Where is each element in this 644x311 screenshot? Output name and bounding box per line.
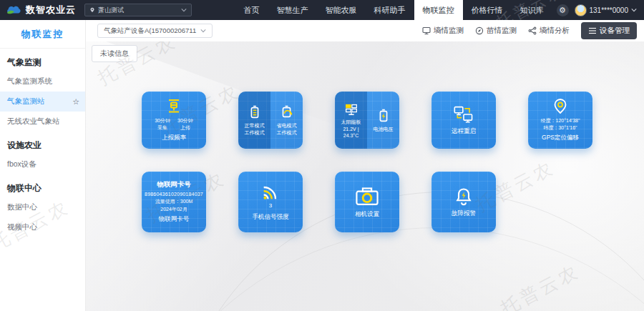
main-content: 气象站产设备A(157000206711 墒情监测 苗情监测 [86,20,644,311]
brand-title: 数智农业云 [26,4,76,16]
tab-label: 墒情分析 [540,26,570,36]
unread-messages-button[interactable]: 未读信息 [92,45,137,62]
sidebar-item-label: fbox设备 [7,159,36,169]
share-icon [528,26,537,35]
remote-restart-card[interactable]: 远程重启 [431,92,496,149]
topbar: 数智农业云 萧山测试 首页 智慧生产 智能农服 科研助手 物联监控 价格行情 知… [0,0,644,20]
sidebar-item-label: 视频中心 [7,222,37,232]
sidebar-section-facility: 设施农业 [0,132,85,154]
nav-item-home[interactable]: 首页 [235,0,268,20]
sim-data-usage: 流量使用：300M [155,198,193,204]
sidebar-item-label: 气象监测站 [7,97,45,107]
camera-icon [355,186,379,207]
tab-label: 墒情监测 [434,26,464,36]
sidebar-item-wireless-weather-station[interactable]: 无线农业气象站 [0,112,85,132]
saving-mode-label: 省电模式 [277,122,297,129]
nav-item-research-assistant[interactable]: 科研助手 [366,0,414,20]
nav-item-knowledge-base[interactable]: 知识库 [512,0,552,20]
chevron-down-icon [631,8,637,12]
brand-logo-icon [6,4,21,16]
nav-item-smart-production[interactable]: 智慧生产 [268,0,317,20]
work-mode-label: 工作模式 [277,129,297,136]
battery-charge-icon [376,108,391,124]
battery-icon [247,104,263,120]
chevron-down-icon [200,29,206,33]
saving-mode-half[interactable]: 省电模式 工作模式 [270,92,303,149]
tab-device-management[interactable]: 设备管理 [581,22,637,39]
gps-location-card[interactable]: 经度：120°14'38" 纬度：30°1'16" GPS定位偏移 [528,92,592,149]
toolbar-tabs: 墒情监测 苗情监测 墒情分析 [422,22,637,39]
battery-refresh-icon [279,104,295,120]
tab-label: 设备管理 [600,26,630,36]
sidebar-item-label: 无线农业气象站 [7,117,60,127]
chevron-down-icon [181,8,187,12]
menu-list-icon [588,27,597,34]
card-title: GPS定位偏移 [542,134,579,142]
favorite-star-icon[interactable]: ☆ [72,97,79,107]
fault-alarm-card[interactable]: 故障报警 [431,172,496,232]
tab-seedling-monitoring[interactable]: 苗情监测 [475,26,517,36]
gauge-icon [165,98,183,115]
page: 数智农业云 萧山测试 首页 智慧生产 智能农服 科研助手 物联监控 价格行情 知… [0,0,644,311]
signal-value: 3 [269,202,272,210]
top-nav: 首页 智慧生产 智能农服 科研助手 物联监控 价格行情 知识库 [235,0,552,20]
tab-soil-moisture-monitoring[interactable]: 墒情监测 [422,26,464,36]
location-select[interactable]: 萧山测试 [84,4,192,16]
sidebar-item-label: 数据中心 [7,202,37,212]
card-title: 远程重启 [452,127,476,136]
normal-mode-label: 正常模式 [245,122,265,129]
battery-voltage-half[interactable]: 电池电压 [367,92,399,149]
alarm-bell-icon [454,187,474,207]
iot-sim-card[interactable]: 物联网卡号 89860436102090184037 流量使用：300M 202… [142,172,206,232]
location-pin-icon [89,6,95,14]
solar-panel-value: 21.2V | 24.3°C [335,126,367,139]
compass-icon [475,26,484,35]
work-mode-label: 工作模式 [245,129,265,136]
sidebar-section-iot-center: 物联中心 [0,174,85,197]
normal-mode-half[interactable]: 正常模式 工作模式 [238,92,270,149]
latitude-value: 纬度：30°1'16" [541,124,580,131]
collect-interval-value: 30分钟 [155,117,170,124]
device-canvas: 未读信息 30分钟 采集 30分钟 上传 上报频率 [86,41,644,311]
sim-card-title: 物联网卡号 [157,180,191,189]
sidebar-item-data-center[interactable]: 数据中心 [0,197,85,217]
sim-card-number: 89860436102090184037 [145,192,203,197]
monitor-icon [422,26,431,35]
toolbar: 气象站产设备A(157000206711 墒情监测 苗情监测 [86,20,644,41]
nav-item-smart-agriservice[interactable]: 智能农服 [317,0,366,20]
settings-gear-icon[interactable]: ⚙ [557,4,569,16]
camera-settings-card[interactable]: 相机设置 [335,172,399,232]
wifi-signal-icon [260,182,281,202]
work-mode-card[interactable]: 正常模式 工作模式 省电模式 工作模式 [238,92,303,149]
solar-panel-label: 太阳能板 [335,119,367,125]
battery-voltage-label: 电池电压 [374,126,394,132]
sidebar-item-weather-system[interactable]: 气象监测系统 [0,71,85,92]
device-select-value: 气象站产设备A(157000206711 [104,26,196,36]
tab-label: 苗情监测 [487,26,517,36]
card-title: 故障报警 [452,209,476,218]
location-pin-icon [552,98,569,115]
signal-strength-card[interactable]: 3 手机信号强度 [238,172,303,232]
card-title: 相机设置 [355,210,379,219]
sidebar-title: 物联监控 [0,20,85,49]
sidebar-item-video-center[interactable]: 视频中心 [0,217,85,237]
tab-soil-moisture-analysis[interactable]: 墒情分析 [528,26,570,36]
device-select[interactable]: 气象站产设备A(157000206711 [97,24,213,38]
sidebar-item-label: 气象监测系统 [7,76,52,87]
report-frequency-card[interactable]: 30分钟 采集 30分钟 上传 上报频率 [142,92,206,149]
solar-panel-icon [343,101,359,117]
collect-interval-label: 采集 [155,124,170,131]
location-value: 萧山测试 [98,6,181,15]
nav-item-price-market[interactable]: 价格行情 [463,0,512,20]
upload-interval-label: 上传 [177,124,193,131]
user-phone: 131****0000 [590,6,629,14]
solar-panel-half[interactable]: 太阳能板 21.2V | 24.3°C [335,92,367,149]
sidebar-item-weather-station[interactable]: 气象监测站 ☆ [0,92,85,112]
nav-item-iot-monitoring[interactable]: 物联监控 [414,0,463,20]
card-title: 物联网卡号 [159,215,190,224]
card-title: 上报频率 [162,134,186,142]
sidebar-item-fbox-device[interactable]: fbox设备 [0,154,85,174]
user-menu[interactable]: 131****0000 [575,4,638,16]
longitude-value: 经度：120°14'38" [541,117,580,124]
power-status-card[interactable]: 太阳能板 21.2V | 24.3°C 电池电压 [335,92,399,149]
